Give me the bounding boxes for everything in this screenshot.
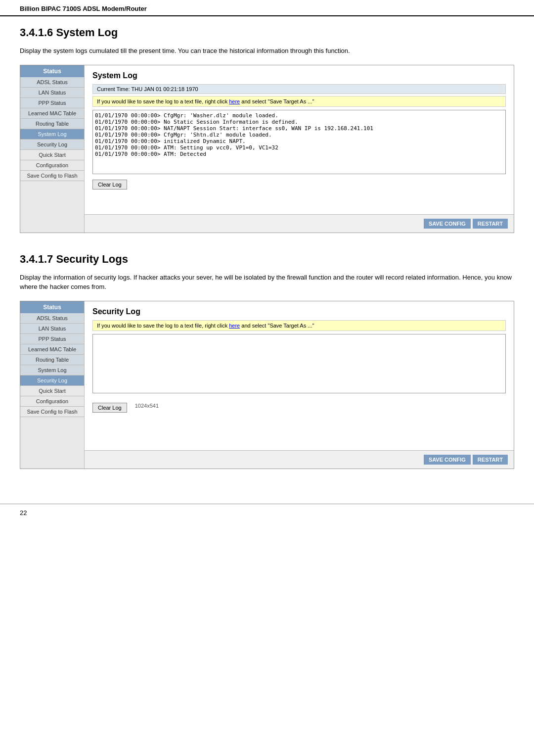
- system-log-restart-btn[interactable]: RESTART: [473, 219, 508, 229]
- security-sidebar-item-quick-start[interactable]: Quick Start: [20, 386, 84, 396]
- sidebar-item-system-log[interactable]: System Log: [20, 129, 84, 140]
- header-title: Billion BIPAC 7100S ADSL Modem/Router: [20, 5, 147, 12]
- page-header: Billion BIPAC 7100S ADSL Modem/Router: [0, 0, 534, 16]
- sidebar-item-learned-mac[interactable]: Learned MAC Table: [20, 108, 84, 119]
- system-log-main: System Log Current Time: THU JAN 01 00:2…: [85, 65, 514, 233]
- system-log-desc: Display the system logs cumulated till t…: [20, 46, 514, 56]
- security-log-save-link[interactable]: here: [229, 323, 240, 329]
- footer-page-number: 22: [20, 509, 27, 517]
- sidebar-item-lan-status[interactable]: LAN Status: [20, 88, 84, 98]
- security-sidebar-item-save-config[interactable]: Save Config to Flash: [20, 407, 84, 417]
- security-log-restart-btn[interactable]: RESTART: [473, 455, 508, 465]
- security-log-section: 3.4.1.7 Security Logs Display the inform…: [20, 253, 514, 469]
- security-log-panel: Status ADSL Status LAN Status PPP Status…: [20, 301, 514, 469]
- system-log-info-suffix: and select "Save Target As ...": [240, 98, 314, 104]
- page-footer: 22: [0, 504, 534, 521]
- system-log-save-config-btn[interactable]: SAVE CONFIG: [424, 219, 471, 229]
- security-log-info-prefix: If you would like to save the log to a t…: [97, 323, 229, 329]
- system-log-bottom-bar: SAVE CONFIG RESTART: [85, 214, 514, 233]
- system-log-content: System Log Current Time: THU JAN 01 00:2…: [85, 65, 514, 214]
- sidebar-item-routing-table[interactable]: Routing Table: [20, 119, 84, 129]
- sidebar-item-adsl-status[interactable]: ADSL Status: [20, 77, 84, 88]
- system-log-current-time: Current Time: THU JAN 01 00:21:18 1970: [92, 84, 506, 94]
- security-log-main: Security Log If you would like to save t…: [85, 301, 514, 469]
- system-log-save-link[interactable]: here: [229, 98, 240, 104]
- sidebar-item-security-log[interactable]: Security Log: [20, 140, 84, 150]
- security-sidebar-item-adsl-status[interactable]: ADSL Status: [20, 313, 84, 324]
- security-sidebar-item-system-log[interactable]: System Log: [20, 365, 84, 376]
- system-log-title: 3.4.1.6 System Log: [20, 26, 514, 39]
- system-log-info-bar: If you would like to save the log to a t…: [92, 96, 506, 107]
- security-sidebar-status-header: Status: [20, 301, 84, 313]
- page-content: 3.4.1.6 System Log Display the system lo…: [0, 16, 534, 499]
- security-log-info-bar: If you would like to save the log to a t…: [92, 320, 506, 331]
- security-log-panel-title: Security Log: [92, 307, 506, 316]
- system-log-sidebar: Status ADSL Status LAN Status PPP Status…: [20, 65, 85, 233]
- security-log-clear-btn[interactable]: Clear Log: [92, 403, 127, 413]
- security-log-save-config-btn[interactable]: SAVE CONFIG: [424, 455, 471, 465]
- security-sidebar-item-routing-table[interactable]: Routing Table: [20, 355, 84, 365]
- security-log-desc: Display the information of security logs…: [20, 273, 514, 292]
- system-log-panel-title: System Log: [92, 71, 506, 80]
- system-log-clear-btn[interactable]: Clear Log: [92, 180, 127, 189]
- security-log-info-suffix: and select "Save Target As ...": [240, 323, 314, 329]
- system-log-info-prefix: If you would like to save the log to a t…: [97, 98, 229, 104]
- security-log-title: 3.4.1.7 Security Logs: [20, 253, 514, 266]
- sidebar-status-header: Status: [20, 65, 84, 77]
- security-log-bottom-bar: SAVE CONFIG RESTART: [85, 450, 514, 469]
- system-log-section: 3.4.1.6 System Log Display the system lo…: [20, 26, 514, 233]
- security-log-sidebar: Status ADSL Status LAN Status PPP Status…: [20, 301, 85, 469]
- security-log-textarea[interactable]: [92, 334, 506, 393]
- security-sidebar-item-security-log[interactable]: Security Log: [20, 376, 84, 386]
- system-log-textarea[interactable]: 01/01/1970 00:00:00> CfgMgr: 'Washer.dlz…: [92, 110, 506, 174]
- security-log-image-size: 1024x541: [135, 403, 159, 409]
- sidebar-item-quick-start[interactable]: Quick Start: [20, 150, 84, 160]
- security-sidebar-item-configuration[interactable]: Configuration: [20, 396, 84, 407]
- system-log-panel: Status ADSL Status LAN Status PPP Status…: [20, 65, 514, 233]
- security-sidebar-item-lan-status[interactable]: LAN Status: [20, 324, 84, 334]
- sidebar-item-save-config[interactable]: Save Config to Flash: [20, 171, 84, 181]
- security-log-content: Security Log If you would like to save t…: [85, 301, 514, 450]
- security-sidebar-item-learned-mac[interactable]: Learned MAC Table: [20, 344, 84, 355]
- security-sidebar-item-ppp-status[interactable]: PPP Status: [20, 334, 84, 344]
- sidebar-item-configuration[interactable]: Configuration: [20, 160, 84, 171]
- sidebar-item-ppp-status[interactable]: PPP Status: [20, 98, 84, 108]
